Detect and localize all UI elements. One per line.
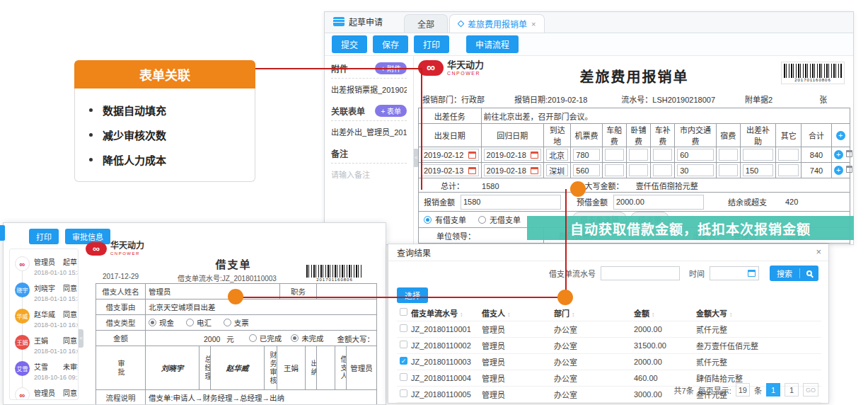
query-window-title: 查询结果 bbox=[397, 246, 431, 258]
header-person[interactable]: 借支人 bbox=[482, 309, 505, 318]
header-serial[interactable]: 借支单流水号 bbox=[411, 309, 458, 318]
related-forms-label: 关联表单 bbox=[331, 105, 365, 117]
has-loan-radio[interactable] bbox=[424, 216, 432, 224]
hotel-input[interactable] bbox=[719, 164, 738, 176]
calendar-icon[interactable] bbox=[531, 152, 538, 159]
tab-all[interactable]: 全部 bbox=[404, 14, 448, 33]
search-button[interactable]: 搜索 bbox=[770, 266, 818, 281]
close-icon[interactable]: × bbox=[816, 247, 821, 256]
row-checkbox-checked[interactable] bbox=[400, 357, 407, 365]
notes-input[interactable]: 请输入备注 bbox=[331, 169, 407, 180]
task-value[interactable]: 前往北京出差，召开部门会议。 bbox=[481, 108, 850, 124]
add-row-icon[interactable]: + bbox=[834, 150, 843, 159]
page-1-button[interactable]: 1 bbox=[766, 383, 780, 397]
row-checkbox[interactable] bbox=[400, 341, 407, 348]
reimburse-input[interactable]: 1580 bbox=[461, 195, 561, 210]
barcode-number: 201701160806 bbox=[784, 78, 842, 82]
boat-input[interactable] bbox=[605, 149, 624, 161]
boat-input[interactable] bbox=[605, 164, 624, 176]
air-input[interactable]: 780 bbox=[573, 149, 599, 161]
sleeper-input[interactable] bbox=[629, 149, 648, 161]
per-page-input[interactable]: 19 bbox=[736, 383, 750, 397]
return-date[interactable]: 2019-02-18 bbox=[487, 166, 526, 175]
calendar-icon[interactable] bbox=[748, 270, 756, 277]
calendar-icon[interactable] bbox=[468, 152, 476, 159]
hotel-input[interactable] bbox=[719, 149, 738, 161]
allowance-input[interactable]: 150 bbox=[743, 164, 773, 176]
tab-travel-expense[interactable]: 差旅费用报销单 × bbox=[449, 14, 545, 33]
row-checkbox[interactable] bbox=[400, 324, 407, 332]
calendar-icon[interactable] bbox=[468, 167, 476, 174]
callout-bullet: 数据自动填充 bbox=[89, 103, 241, 118]
avatar: 王娟 bbox=[15, 335, 30, 350]
col-total: 合计 bbox=[802, 124, 831, 147]
connector-line bbox=[255, 68, 422, 69]
delete-row-icon[interactable] bbox=[846, 166, 852, 173]
result-row[interactable]: JZ_20180110001管理员办公室2000.00贰仟元整 bbox=[397, 321, 821, 337]
preborrow-label: 预借金额 bbox=[577, 196, 608, 207]
barcode: 201701160806 bbox=[305, 264, 364, 283]
no-loan-radio[interactable] bbox=[478, 216, 486, 224]
sidebar-collapse-handle[interactable]: < bbox=[79, 329, 83, 348]
sort-icon[interactable]: ↕ bbox=[507, 311, 511, 318]
add-row-icon[interactable]: + bbox=[834, 166, 843, 175]
select-button[interactable]: 选择 bbox=[397, 287, 428, 303]
go-button[interactable]: GO bbox=[803, 383, 818, 397]
sort-icon[interactable]: ↕ bbox=[652, 311, 655, 318]
sort-icon[interactable]: ↕ bbox=[729, 311, 733, 318]
return-date[interactable]: 2019-02-18 bbox=[487, 151, 526, 159]
depart-date[interactable]: 2019-02-13 bbox=[424, 166, 463, 175]
dest-input[interactable]: 深圳 bbox=[546, 164, 568, 176]
preborrow-input[interactable]: 2000.00 bbox=[613, 195, 704, 210]
approver-name: 管理员 bbox=[34, 256, 58, 267]
add-row-icon[interactable]: + bbox=[836, 131, 845, 140]
tab-close-icon[interactable]: × bbox=[531, 20, 536, 28]
sort-icon[interactable]: ↕ bbox=[460, 311, 463, 318]
reimburse-label: 报销金额 bbox=[424, 196, 455, 207]
other-input[interactable] bbox=[778, 164, 799, 176]
result-row[interactable]: JZ_20180110002管理员办公室31500.00叁万壹仟伍佰元整 bbox=[397, 337, 821, 353]
city-input[interactable]: 30 bbox=[677, 164, 713, 176]
carsub-input[interactable] bbox=[653, 164, 672, 176]
row-checkbox[interactable] bbox=[400, 373, 407, 381]
depart-date[interactable]: 2019-02-12 bbox=[424, 151, 463, 159]
goto-page-input[interactable]: 1 bbox=[785, 383, 799, 397]
row-checkbox[interactable] bbox=[400, 389, 407, 397]
col-return: 回归日期 bbox=[481, 124, 544, 147]
header-dept[interactable]: 部门 bbox=[554, 309, 569, 318]
approval-time: 2018-10-16 09:17 bbox=[34, 374, 79, 381]
role-finance-audit: 财务审核 bbox=[267, 351, 277, 385]
allowance-input[interactable] bbox=[743, 149, 773, 161]
carsub-input[interactable] bbox=[653, 149, 672, 161]
select-all-checkbox[interactable] bbox=[400, 308, 407, 316]
delete-row-icon[interactable] bbox=[846, 150, 852, 157]
sleeper-input[interactable] bbox=[629, 164, 648, 176]
save-button[interactable]: 保存 bbox=[373, 35, 408, 53]
add-form-button[interactable]: + 表单 bbox=[375, 105, 407, 117]
submit-button[interactable]: 提交 bbox=[332, 35, 367, 53]
header-amount[interactable]: 金额 bbox=[634, 309, 649, 318]
serial-filter-input[interactable] bbox=[601, 266, 680, 280]
expense-row: 2019-02-12 2019-02-18 北京 780 60 840 + bbox=[419, 147, 850, 163]
print-button[interactable]: 打印 bbox=[29, 229, 59, 244]
attachment-item[interactable]: 出差报销票据_20190219j... bbox=[331, 84, 407, 95]
air-input[interactable]: 560 bbox=[573, 164, 599, 176]
undone-radio bbox=[291, 334, 299, 342]
print-button[interactable]: 打印 bbox=[414, 35, 449, 53]
result-row-selected[interactable]: JZ_20180110003管理员办公室2000.00贰仟元整 bbox=[397, 353, 821, 370]
date-value: 报销日期:2019-02-18 bbox=[514, 93, 587, 105]
type-label: 借支类型 bbox=[96, 315, 146, 331]
app-title[interactable]: 起草申请 bbox=[333, 16, 383, 28]
other-input[interactable] bbox=[778, 149, 799, 161]
calendar-icon[interactable] bbox=[531, 167, 538, 174]
related-form-item[interactable]: 出差外出_管理员_2019... bbox=[331, 126, 407, 137]
task-label: 出差任务 bbox=[419, 108, 482, 124]
time-filter-input[interactable] bbox=[710, 266, 759, 280]
apply-flow-button[interactable]: 申请流程 bbox=[466, 35, 519, 53]
dest-input[interactable]: 北京 bbox=[546, 149, 568, 161]
approval-item: ∞ 管理员同意 2018-10-16 09:17 bbox=[15, 387, 75, 400]
result-row[interactable]: JZ_20180110006管理员办公室1500.00壹仟伍佰元整 bbox=[397, 402, 821, 405]
header-words[interactable]: 金额大写 bbox=[696, 309, 727, 318]
city-input[interactable]: 60 bbox=[677, 149, 713, 161]
sort-icon[interactable]: ↕ bbox=[572, 311, 575, 318]
